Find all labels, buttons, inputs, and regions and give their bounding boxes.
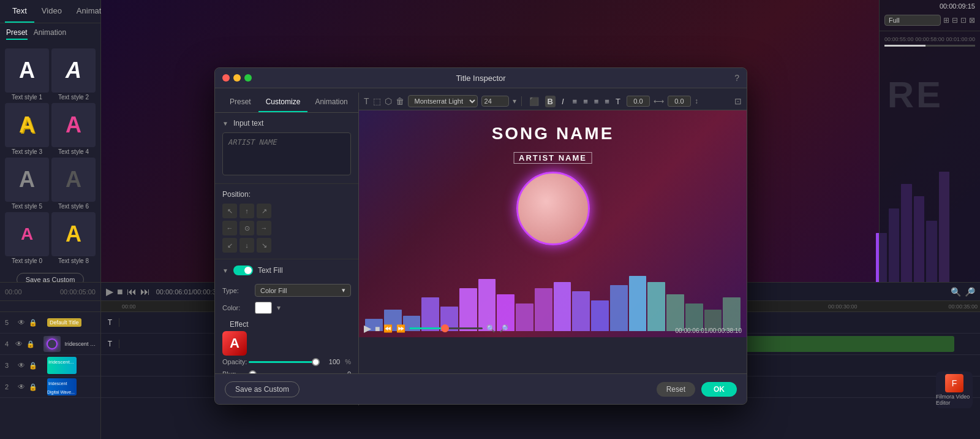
lt-eye-4[interactable]: 👁 bbox=[15, 340, 23, 348]
pos-bot-left[interactable]: ↙ bbox=[222, 238, 237, 253]
modal-tab-customize[interactable]: Customize bbox=[258, 93, 308, 112]
lt-eye-3[interactable]: 👁 bbox=[18, 361, 25, 370]
opacity-slider[interactable] bbox=[249, 361, 320, 363]
lt-eye-2[interactable]: 👁 bbox=[18, 383, 25, 391]
input-text-field[interactable] bbox=[222, 132, 351, 175]
modal-save-custom-button[interactable]: Save as Custom bbox=[225, 381, 300, 397]
italic-button[interactable]: I bbox=[559, 96, 567, 107]
font-select[interactable]: Montserrat Light bbox=[408, 95, 478, 107]
preview-stop-button[interactable]: ■ bbox=[375, 324, 380, 334]
next-button[interactable]: ⏭ bbox=[140, 286, 150, 297]
play-button[interactable]: ▶ bbox=[106, 286, 113, 297]
lt-lock-2[interactable]: 🔒 bbox=[29, 383, 37, 391]
text-tool-icon[interactable]: T bbox=[364, 96, 369, 106]
lt-clip-title-5[interactable]: Default Title bbox=[47, 318, 81, 327]
num-input-2[interactable] bbox=[668, 96, 691, 107]
modal-titlebar: Title Inspector ? bbox=[215, 68, 747, 88]
type-dropdown[interactable]: Color Fill ▾ bbox=[255, 284, 351, 297]
help-icon[interactable]: ? bbox=[734, 73, 739, 83]
align-left-icon[interactable]: ≡ bbox=[570, 96, 580, 107]
subtab-animation[interactable]: Animation bbox=[34, 28, 66, 40]
text-style-item[interactable]: A Text style 3 bbox=[5, 103, 49, 155]
subtab-preset[interactable]: Preset bbox=[6, 28, 28, 40]
tab-video[interactable]: Video bbox=[34, 0, 69, 23]
align-justify-icon[interactable]: ≡ bbox=[602, 96, 612, 107]
pos-top-center[interactable]: ↑ bbox=[239, 204, 254, 218]
text-baseline-icon[interactable]: T bbox=[613, 96, 623, 107]
pos-bot-center[interactable]: ↓ bbox=[239, 238, 254, 253]
maximize-button[interactable] bbox=[244, 74, 252, 82]
lt-clip-2[interactable]: Iridescent Digital Wave... bbox=[47, 378, 77, 395]
align-center-icon[interactable]: ≡ bbox=[581, 96, 590, 107]
zoom-plus-icon[interactable]: 🔍 bbox=[951, 287, 961, 297]
delete-tool-icon[interactable]: 🗑 bbox=[396, 96, 404, 106]
pos-mid-left[interactable]: ← bbox=[222, 221, 237, 235]
text-style-item[interactable]: A Text style 8 bbox=[51, 212, 96, 264]
font-size-input[interactable] bbox=[481, 96, 509, 107]
crop-icon[interactable]: ⊠ bbox=[969, 16, 975, 25]
pos-bot-right[interactable]: ↘ bbox=[257, 238, 271, 253]
zoom-minus-icon[interactable]: 🔎 bbox=[965, 287, 975, 297]
text-style-item[interactable]: A Text style 2 bbox=[51, 48, 96, 101]
pos-top-right[interactable]: ↗ bbox=[257, 204, 271, 218]
preview-artist-name[interactable]: ARTIST NAME bbox=[513, 152, 592, 164]
zoom-out-icon[interactable]: ⊟ bbox=[952, 16, 958, 25]
modal-ok-button[interactable]: OK bbox=[701, 382, 737, 397]
preview-zoom-out-icon[interactable]: 🔎 bbox=[499, 324, 508, 333]
prev-button[interactable]: ⏮ bbox=[127, 286, 137, 297]
preview-forward-button[interactable]: ⏩ bbox=[396, 324, 405, 333]
lt-clip-label-2: Iridescent Digital Wave... bbox=[47, 380, 76, 395]
preview-progress-bar[interactable] bbox=[409, 327, 483, 329]
pos-mid-right[interactable]: → bbox=[257, 221, 271, 235]
align-right-icon[interactable]: ≡ bbox=[592, 96, 601, 107]
text-fill-toggle[interactable] bbox=[233, 265, 253, 275]
num-input-1[interactable] bbox=[627, 96, 650, 107]
filmora-badge: F Filmora Video Editor bbox=[936, 372, 973, 408]
modal-tab-animation[interactable]: Animation bbox=[307, 93, 355, 112]
chevron-down-icon[interactable]: ▾ bbox=[513, 97, 516, 105]
lt-eye-5[interactable]: 👁 bbox=[18, 318, 25, 327]
text-style-letter: A bbox=[66, 221, 81, 247]
pos-mid-center[interactable]: ⊙ bbox=[239, 221, 254, 235]
effect-preview[interactable]: A bbox=[222, 331, 247, 356]
text-style-item[interactable]: A Text style 4 bbox=[51, 103, 96, 155]
modal-tab-preset[interactable]: Preset bbox=[222, 93, 258, 112]
preview-back-button[interactable]: ⏪ bbox=[383, 324, 393, 333]
frame-tool-icon[interactable]: ⬡ bbox=[385, 96, 392, 106]
input-text-header[interactable]: ▼ Input text bbox=[222, 119, 351, 128]
zoom-dropdown[interactable]: Full bbox=[884, 15, 941, 26]
effect-row: Effect bbox=[215, 316, 358, 331]
lt-lock-4[interactable]: 🔒 bbox=[26, 340, 35, 348]
position-label: Position: bbox=[222, 190, 251, 199]
text-left-align-icon[interactable]: ⬛ bbox=[527, 96, 541, 107]
pos-top-left[interactable]: ↖ bbox=[222, 204, 237, 218]
opacity-thumb[interactable] bbox=[312, 358, 320, 366]
opacity-value: 100 bbox=[325, 358, 340, 365]
text-style-item[interactable]: A Text style 1 bbox=[5, 48, 49, 101]
text-style-item[interactable]: A Text style 0 bbox=[5, 212, 49, 264]
modal-reset-button[interactable]: Reset bbox=[657, 382, 695, 397]
zoom-in-icon[interactable]: ⊞ bbox=[943, 16, 949, 25]
lt-lock-3[interactable]: 🔒 bbox=[29, 362, 37, 370]
close-button[interactable] bbox=[222, 74, 230, 82]
lt-clip-circle-4[interactable] bbox=[43, 336, 61, 352]
stop-button[interactable]: ■ bbox=[117, 286, 123, 297]
preview-play-button[interactable]: ▶ bbox=[364, 323, 371, 334]
color-swatch[interactable] bbox=[255, 302, 272, 314]
spacing-icon: ⟷ bbox=[654, 97, 664, 105]
text-style-item[interactable]: A Text style 6 bbox=[51, 158, 96, 210]
text-style-item[interactable]: A Text style 5 bbox=[5, 158, 49, 210]
preview-zoom-icon[interactable]: ⊡ bbox=[734, 96, 742, 106]
preview-playhead[interactable] bbox=[441, 324, 449, 332]
fit-icon[interactable]: ⊡ bbox=[960, 16, 967, 25]
lt-lock-5[interactable]: 🔒 bbox=[29, 319, 37, 327]
minimize-button[interactable] bbox=[233, 74, 241, 82]
bold-button[interactable]: B bbox=[545, 96, 556, 107]
crop-tool-icon[interactable]: ⬚ bbox=[373, 96, 381, 106]
tab-text[interactable]: Text bbox=[5, 0, 34, 23]
ruler-label: 00:00:35:00 bbox=[948, 303, 978, 310]
preview-zoom-in-icon[interactable]: 🔍 bbox=[486, 324, 496, 333]
lt-clip-3[interactable]: Iridescent... bbox=[47, 357, 77, 374]
text-style-letter: A bbox=[66, 167, 81, 193]
right-progress-bar[interactable] bbox=[884, 45, 975, 47]
